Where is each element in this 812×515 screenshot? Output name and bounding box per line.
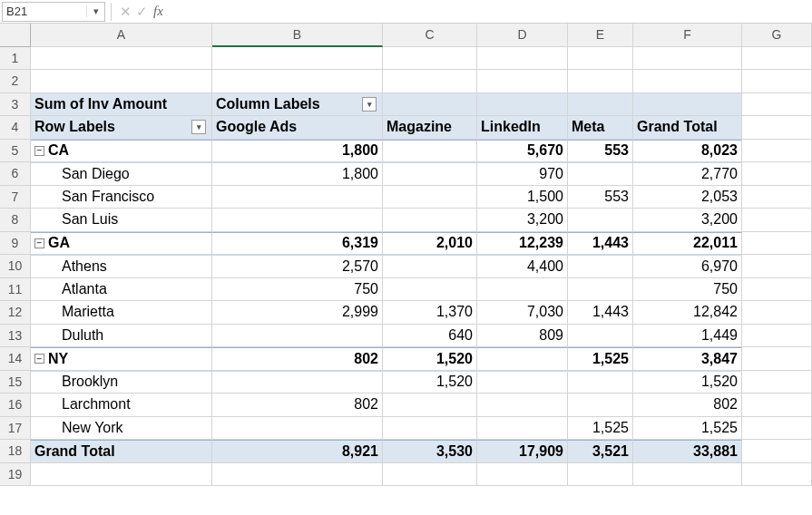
collapse-icon[interactable]: −: [34, 238, 44, 248]
cell[interactable]: [383, 70, 477, 93]
cell[interactable]: [633, 70, 742, 93]
collapse-icon[interactable]: −: [34, 354, 44, 364]
cell[interactable]: [212, 417, 383, 441]
cell[interactable]: 1,443: [568, 232, 633, 256]
cell[interactable]: [742, 394, 812, 417]
row-header[interactable]: 4: [0, 116, 31, 140]
col-meta[interactable]: Meta: [568, 116, 633, 140]
cell[interactable]: [212, 70, 383, 93]
cell[interactable]: [568, 93, 633, 117]
col-header-E[interactable]: E: [568, 24, 633, 47]
cell[interactable]: [383, 93, 477, 117]
cell[interactable]: 12,239: [477, 232, 568, 256]
row-header[interactable]: 15: [0, 371, 31, 394]
cell[interactable]: 8,023: [633, 140, 742, 163]
cell[interactable]: 2,999: [212, 301, 383, 325]
cell[interactable]: [742, 93, 812, 117]
col-magazine[interactable]: Magazine: [383, 116, 477, 140]
cell[interactable]: [568, 463, 633, 487]
cell[interactable]: [568, 394, 633, 417]
col-grand-total[interactable]: Grand Total: [633, 116, 742, 140]
row-header[interactable]: 6: [0, 162, 31, 186]
cell[interactable]: [633, 47, 742, 71]
fx-icon[interactable]: fx: [153, 4, 163, 19]
cell[interactable]: [742, 162, 812, 186]
cell[interactable]: [568, 278, 633, 302]
cell[interactable]: [31, 47, 212, 71]
item[interactable]: Duluth: [31, 325, 212, 348]
cell[interactable]: [477, 278, 568, 302]
cell[interactable]: [477, 93, 568, 117]
cell[interactable]: [477, 394, 568, 417]
cell[interactable]: 3,530: [383, 440, 477, 463]
row-header[interactable]: 12: [0, 301, 31, 325]
row-header[interactable]: 1: [0, 47, 31, 71]
item[interactable]: Athens: [31, 255, 212, 278]
cell[interactable]: 553: [568, 186, 633, 209]
col-header-B[interactable]: B: [212, 24, 383, 47]
spreadsheet-grid[interactable]: A B C D E F G 1 2 3 Sum of Inv Amount Co…: [0, 24, 812, 486]
cell[interactable]: 802: [212, 394, 383, 417]
item[interactable]: San Diego: [31, 162, 212, 186]
cell[interactable]: [212, 47, 383, 71]
collapse-icon[interactable]: −: [34, 146, 44, 156]
name-box[interactable]: ▾: [2, 2, 105, 22]
cell[interactable]: 1,520: [383, 371, 477, 394]
cell[interactable]: [212, 186, 383, 209]
cell[interactable]: 7,030: [477, 301, 568, 325]
group-NY[interactable]: −NY: [31, 347, 212, 371]
cell[interactable]: [477, 371, 568, 394]
row-header[interactable]: 7: [0, 186, 31, 209]
cell[interactable]: 802: [212, 347, 383, 371]
cell[interactable]: 553: [568, 140, 633, 163]
cell[interactable]: [477, 463, 568, 487]
cell[interactable]: 3,200: [477, 209, 568, 232]
item[interactable]: San Luis: [31, 209, 212, 232]
cell[interactable]: [568, 70, 633, 93]
cell[interactable]: 750: [633, 278, 742, 302]
col-header-C[interactable]: C: [383, 24, 477, 47]
cell[interactable]: [742, 116, 812, 140]
cell[interactable]: [742, 301, 812, 325]
cell[interactable]: [742, 440, 812, 463]
cell[interactable]: [383, 394, 477, 417]
col-header-D[interactable]: D: [477, 24, 568, 47]
cell[interactable]: [742, 186, 812, 209]
row-header[interactable]: 13: [0, 325, 31, 348]
cell[interactable]: 2,770: [633, 162, 742, 186]
cell[interactable]: 640: [383, 325, 477, 348]
cell[interactable]: [477, 417, 568, 441]
cell[interactable]: [742, 70, 812, 93]
cell[interactable]: 1,443: [568, 301, 633, 325]
cell[interactable]: 6,319: [212, 232, 383, 256]
pivot-title[interactable]: Sum of Inv Amount: [31, 93, 212, 117]
row-header[interactable]: 10: [0, 255, 31, 278]
row-header[interactable]: 17: [0, 417, 31, 441]
cell[interactable]: [383, 140, 477, 163]
row-header[interactable]: 19: [0, 463, 31, 487]
cell[interactable]: [742, 278, 812, 302]
cell[interactable]: [742, 140, 812, 163]
cell[interactable]: [212, 463, 383, 487]
cell[interactable]: [383, 47, 477, 71]
formula-input[interactable]: [169, 2, 812, 22]
column-filter-icon[interactable]: ▾: [362, 97, 377, 112]
cell[interactable]: [383, 278, 477, 302]
cell[interactable]: 12,842: [633, 301, 742, 325]
cell[interactable]: 809: [477, 325, 568, 348]
item[interactable]: Brooklyn: [31, 371, 212, 394]
cell[interactable]: [383, 186, 477, 209]
cell[interactable]: 1,800: [212, 140, 383, 163]
col-header-G[interactable]: G: [742, 24, 812, 47]
select-all-corner[interactable]: [0, 24, 31, 47]
cell[interactable]: 22,011: [633, 232, 742, 256]
cell[interactable]: [568, 47, 633, 71]
cell[interactable]: [633, 463, 742, 487]
cell[interactable]: [477, 47, 568, 71]
cell[interactable]: 1,520: [633, 371, 742, 394]
cell[interactable]: [568, 162, 633, 186]
cell[interactable]: 1,525: [633, 417, 742, 441]
row-header[interactable]: 8: [0, 209, 31, 232]
cell[interactable]: 1,525: [568, 347, 633, 371]
item[interactable]: Atlanta: [31, 278, 212, 302]
